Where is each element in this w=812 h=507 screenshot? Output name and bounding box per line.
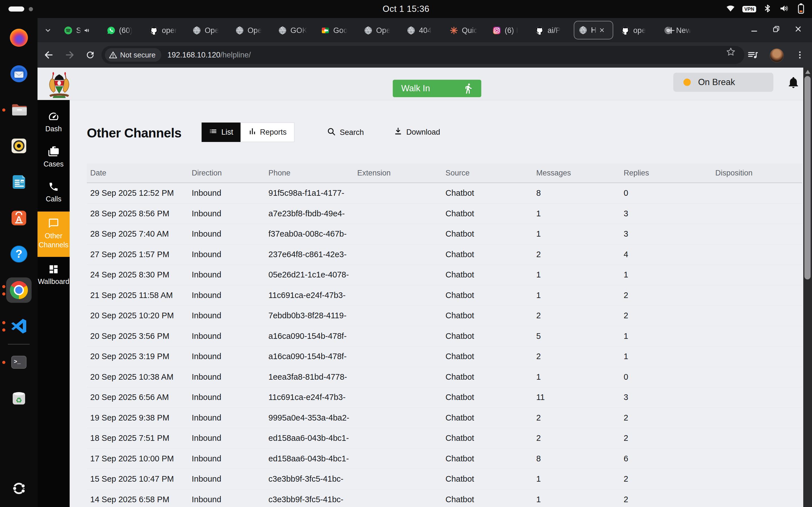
sidebar-item-wallboard[interactable]: Wallboard: [38, 258, 70, 286]
table-cell: 21 Sep 2025 11:58 AM: [87, 291, 188, 300]
table-cell: 20 Sep 2025 10:20 PM: [87, 311, 188, 320]
browser-tab[interactable]: S: [59, 22, 102, 39]
dock-ubuntu-menu-icon[interactable]: [9, 479, 29, 498]
table-row[interactable]: 27 Sep 2025 1:57 PMInbound237e64f8-c861-…: [87, 244, 802, 265]
list-view-tab[interactable]: List: [202, 122, 241, 142]
reload-button[interactable]: [84, 48, 97, 61]
dock-files-icon[interactable]: [9, 100, 29, 119]
page-scrollbar[interactable]: [803, 68, 812, 507]
table-row[interactable]: 28 Sep 2025 7:40 AMInboundf37eab0a-008c-…: [87, 224, 802, 244]
dock-app-center-icon[interactable]: A: [9, 209, 29, 228]
browser-tab[interactable]: Goo: [317, 22, 359, 39]
column-header[interactable]: Source: [442, 169, 533, 177]
table-row[interactable]: 20 Sep 2025 3:56 PMInbounda16ca090-154b-…: [87, 326, 802, 347]
browser-tab[interactable]: ope: [617, 22, 659, 39]
dock-help-icon[interactable]: ?: [9, 244, 29, 264]
browser-tab[interactable]: (60): [102, 22, 145, 39]
forward-button[interactable]: [63, 48, 77, 61]
security-chip[interactable]: Not secure: [105, 48, 161, 62]
sidebar-item-other-channels[interactable]: OtherChannels: [38, 212, 70, 257]
running-indicator-dot: [2, 108, 5, 112]
browser-tab[interactable]: oper: [145, 22, 188, 39]
tab-search-chevron-icon[interactable]: [43, 25, 53, 35]
url-text[interactable]: 192.168.10.120/helpline/: [167, 51, 251, 59]
download-button[interactable]: Download: [394, 127, 440, 137]
notifications-bell-icon[interactable]: [787, 76, 800, 90]
address-bar[interactable]: Not secure 192.168.10.120/helpline/: [101, 46, 744, 64]
system-clock[interactable]: Oct 1 15:36: [0, 0, 812, 18]
dock-chrome-icon[interactable]: [9, 281, 29, 300]
dock-thunderbird-icon[interactable]: [9, 64, 29, 83]
column-header[interactable]: Extension: [354, 169, 442, 177]
dock-music-player-icon[interactable]: [9, 136, 29, 156]
table-row[interactable]: 21 Sep 2025 11:58 AMInbound11c691ca-e24f…: [87, 285, 802, 306]
walk-in-button[interactable]: Walk In: [393, 80, 481, 97]
dock-vscode-icon[interactable]: [9, 317, 29, 336]
dock-terminal-icon[interactable]: >_: [9, 353, 29, 372]
table-cell: 3: [620, 229, 712, 238]
table-row[interactable]: 15 Sep 2025 10:47 PMInboundc3e3bb9f-3fc5…: [87, 469, 802, 490]
sidebar-item-cases[interactable]: Cases: [38, 140, 70, 168]
sidebar-item-dash[interactable]: Dash: [38, 105, 70, 133]
status-label: On Break: [698, 77, 735, 87]
table-row[interactable]: 20 Sep 2025 6:56 AMInbound11c691ca-e24f-…: [87, 387, 802, 408]
table-row[interactable]: 29 Sep 2025 12:52 PMInbound91f5c98a-f1a1…: [87, 183, 802, 204]
browser-tab[interactable]: (6) I: [488, 22, 530, 39]
table-cell: Inbound: [188, 270, 265, 279]
browser-tab-active[interactable]: H: [574, 21, 613, 40]
table-cell: 29 Sep 2025 12:52 PM: [87, 188, 188, 198]
table-row[interactable]: 17 Sep 2025 10:00 PMInbounded158aa6-043b…: [87, 449, 802, 469]
tab-audio-icon[interactable]: [84, 27, 90, 34]
scroll-up-arrow[interactable]: [805, 70, 810, 74]
sidebar-item-calls[interactable]: Calls: [38, 175, 70, 203]
table-row[interactable]: 20 Sep 2025 10:38 AMInbound1eea3fa8-81bd…: [87, 367, 802, 388]
table-row[interactable]: 14 Sep 2025 6:58 PMInboundc3e3bb9f-3fc5-…: [87, 490, 802, 507]
back-button[interactable]: [42, 48, 55, 61]
browser-tab[interactable]: Ope: [231, 22, 273, 39]
table-row[interactable]: 20 Sep 2025 10:20 PMInbound7ebdb0b3-8f28…: [87, 305, 802, 326]
dock-trash-icon[interactable]: ♻: [9, 389, 29, 408]
dock-libreoffice-impress-icon[interactable]: [9, 172, 29, 191]
table-cell: a16ca090-154b-478f-: [265, 352, 354, 361]
meet-icon: [321, 26, 329, 35]
column-header[interactable]: Phone: [265, 169, 354, 177]
column-header[interactable]: Date: [87, 169, 188, 177]
table-cell: 1: [620, 352, 712, 361]
restore-button[interactable]: [771, 24, 781, 34]
new-tab-button[interactable]: [666, 25, 676, 36]
browser-tab[interactable]: 404: [402, 22, 445, 39]
browser-tab[interactable]: Ope: [359, 22, 402, 39]
profile-avatar[interactable]: [770, 48, 784, 62]
browser-tab[interactable]: Ope: [188, 22, 231, 39]
table-row[interactable]: 28 Sep 2025 8:56 PMInbounda7e23bf8-fbdb-…: [87, 204, 802, 224]
list-icon: [209, 127, 217, 137]
table-cell: 4: [620, 250, 712, 259]
agent-status-control[interactable]: On Break: [673, 73, 773, 92]
table-cell: 2: [620, 311, 712, 320]
column-header[interactable]: Messages: [533, 169, 620, 177]
browser-tab[interactable]: New: [659, 22, 702, 39]
browser-tab[interactable]: GOK: [274, 22, 316, 39]
table-cell: 3: [620, 393, 712, 402]
table-row[interactable]: 20 Sep 2025 3:19 PMInbounda16ca090-154b-…: [87, 346, 802, 367]
table-row[interactable]: 24 Sep 2025 8:30 PMInbound05e26d21-1c1e-…: [87, 265, 802, 285]
bookmark-star-icon[interactable]: [724, 45, 737, 58]
table-row[interactable]: 19 Sep 2025 9:38 PMInbound9995a0e4-353a-…: [87, 408, 802, 429]
column-header[interactable]: Replies: [620, 169, 712, 177]
browser-tab[interactable]: Quic: [445, 22, 488, 39]
column-header[interactable]: Disposition: [712, 169, 802, 177]
browser-menu-icon[interactable]: [795, 50, 805, 61]
reports-view-tab[interactable]: Reports: [241, 122, 294, 142]
close-window-button[interactable]: [794, 24, 803, 34]
system-tray[interactable]: VPN: [725, 0, 806, 18]
minimize-button[interactable]: [749, 24, 759, 34]
search-button[interactable]: Search: [327, 127, 364, 138]
scrollbar-thumb[interactable]: [804, 76, 811, 279]
column-header[interactable]: Direction: [188, 169, 265, 177]
browser-tab[interactable]: ai/P: [531, 22, 573, 39]
table-row[interactable]: 18 Sep 2025 7:51 PMInbounded158aa6-043b-…: [87, 428, 802, 449]
dock-firefox-icon[interactable]: [9, 28, 29, 47]
burst-icon: [450, 26, 458, 35]
media-controls-icon[interactable]: [747, 49, 758, 62]
tab-close-icon[interactable]: [599, 27, 605, 33]
